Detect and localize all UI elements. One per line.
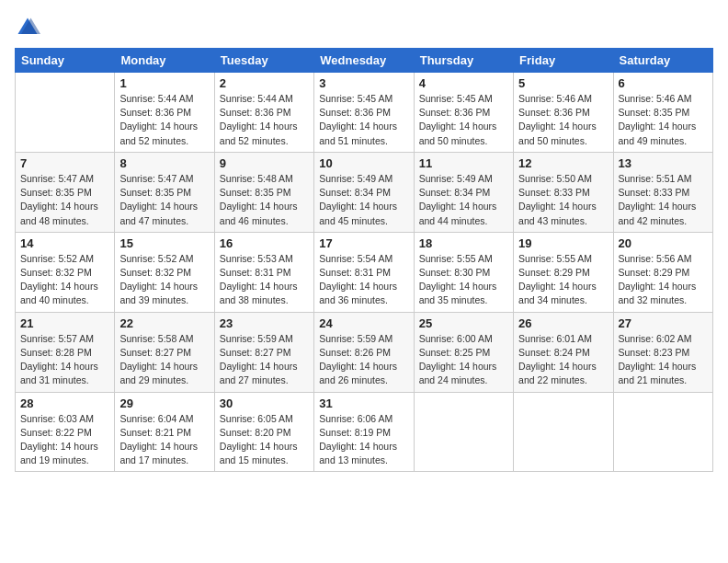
calendar-day-cell [613, 392, 712, 472]
calendar-day-cell: 12Sunrise: 5:50 AM Sunset: 8:33 PM Dayli… [514, 152, 613, 232]
day-info: Sunrise: 5:50 AM Sunset: 8:33 PM Dayligh… [518, 172, 608, 228]
day-info: Sunrise: 5:55 AM Sunset: 8:29 PM Dayligh… [518, 252, 608, 308]
day-info: Sunrise: 6:00 AM Sunset: 8:25 PM Dayligh… [419, 332, 508, 388]
calendar-day-cell: 26Sunrise: 6:01 AM Sunset: 8:24 PM Dayli… [514, 312, 613, 392]
calendar-week-row: 14Sunrise: 5:52 AM Sunset: 8:32 PM Dayli… [16, 232, 713, 312]
day-number: 10 [319, 156, 408, 170]
day-info: Sunrise: 6:02 AM Sunset: 8:23 PM Dayligh… [619, 332, 708, 388]
day-info: Sunrise: 5:45 AM Sunset: 8:36 PM Dayligh… [419, 92, 508, 148]
calendar-day-cell: 11Sunrise: 5:49 AM Sunset: 8:34 PM Dayli… [414, 152, 513, 232]
calendar-day-cell: 17Sunrise: 5:54 AM Sunset: 8:31 PM Dayli… [314, 232, 414, 312]
day-info: Sunrise: 5:59 AM Sunset: 8:27 PM Dayligh… [220, 332, 309, 388]
day-number: 14 [20, 236, 109, 250]
calendar-day-cell: 18Sunrise: 5:55 AM Sunset: 8:30 PM Dayli… [414, 232, 513, 312]
calendar-week-row: 28Sunrise: 6:03 AM Sunset: 8:22 PM Dayli… [16, 392, 713, 472]
day-number: 19 [518, 236, 608, 250]
day-info: Sunrise: 5:53 AM Sunset: 8:31 PM Dayligh… [220, 252, 309, 308]
calendar-day-cell: 14Sunrise: 5:52 AM Sunset: 8:32 PM Dayli… [16, 232, 115, 312]
calendar-day-cell: 1Sunrise: 5:44 AM Sunset: 8:36 PM Daylig… [115, 73, 214, 153]
day-info: Sunrise: 6:01 AM Sunset: 8:24 PM Dayligh… [518, 332, 608, 388]
calendar-day-cell: 9Sunrise: 5:48 AM Sunset: 8:35 PM Daylig… [214, 152, 313, 232]
day-number: 12 [518, 156, 608, 170]
calendar-day-cell: 20Sunrise: 5:56 AM Sunset: 8:29 PM Dayli… [613, 232, 712, 312]
day-number: 7 [20, 156, 109, 170]
calendar-day-cell: 10Sunrise: 5:49 AM Sunset: 8:34 PM Dayli… [314, 152, 414, 232]
calendar-day-cell: 7Sunrise: 5:47 AM Sunset: 8:35 PM Daylig… [16, 152, 115, 232]
day-info: Sunrise: 5:58 AM Sunset: 8:27 PM Dayligh… [119, 332, 209, 388]
weekday-header: Monday [115, 49, 214, 73]
weekday-header: Tuesday [214, 49, 313, 73]
day-number: 26 [518, 316, 608, 330]
day-number: 2 [220, 76, 309, 90]
day-info: Sunrise: 6:06 AM Sunset: 8:19 PM Dayligh… [319, 412, 408, 468]
day-number: 6 [619, 76, 708, 90]
logo-icon [15, 15, 40, 40]
calendar-header-row: SundayMondayTuesdayWednesdayThursdayFrid… [16, 49, 713, 73]
day-number: 9 [220, 156, 309, 170]
logo [15, 15, 44, 40]
day-info: Sunrise: 5:46 AM Sunset: 8:35 PM Dayligh… [619, 92, 708, 148]
weekday-header: Saturday [613, 49, 712, 73]
day-number: 11 [419, 156, 508, 170]
day-info: Sunrise: 5:54 AM Sunset: 8:31 PM Dayligh… [319, 252, 408, 308]
weekday-header: Sunday [16, 49, 115, 73]
calendar-week-row: 21Sunrise: 5:57 AM Sunset: 8:28 PM Dayli… [16, 312, 713, 392]
day-number: 27 [619, 316, 708, 330]
page-header [15, 15, 713, 40]
day-info: Sunrise: 5:49 AM Sunset: 8:34 PM Dayligh… [419, 172, 508, 228]
day-info: Sunrise: 5:59 AM Sunset: 8:26 PM Dayligh… [319, 332, 408, 388]
day-info: Sunrise: 5:46 AM Sunset: 8:36 PM Dayligh… [518, 92, 608, 148]
day-number: 4 [419, 76, 508, 90]
calendar-day-cell [414, 392, 513, 472]
day-info: Sunrise: 5:52 AM Sunset: 8:32 PM Dayligh… [20, 252, 109, 308]
calendar-day-cell: 25Sunrise: 6:00 AM Sunset: 8:25 PM Dayli… [414, 312, 513, 392]
day-info: Sunrise: 6:03 AM Sunset: 8:22 PM Dayligh… [20, 412, 109, 468]
calendar-day-cell: 28Sunrise: 6:03 AM Sunset: 8:22 PM Dayli… [16, 392, 115, 472]
calendar-day-cell [514, 392, 613, 472]
day-number: 23 [220, 316, 309, 330]
day-info: Sunrise: 5:44 AM Sunset: 8:36 PM Dayligh… [220, 92, 309, 148]
day-info: Sunrise: 5:47 AM Sunset: 8:35 PM Dayligh… [119, 172, 209, 228]
day-number: 25 [419, 316, 508, 330]
day-info: Sunrise: 5:57 AM Sunset: 8:28 PM Dayligh… [20, 332, 109, 388]
day-info: Sunrise: 5:49 AM Sunset: 8:34 PM Dayligh… [319, 172, 408, 228]
calendar-day-cell: 29Sunrise: 6:04 AM Sunset: 8:21 PM Dayli… [115, 392, 214, 472]
day-info: Sunrise: 5:48 AM Sunset: 8:35 PM Dayligh… [220, 172, 309, 228]
day-number: 8 [119, 156, 209, 170]
day-number: 29 [119, 396, 209, 410]
day-number: 16 [220, 236, 309, 250]
day-info: Sunrise: 6:05 AM Sunset: 8:20 PM Dayligh… [220, 412, 309, 468]
day-info: Sunrise: 5:44 AM Sunset: 8:36 PM Dayligh… [119, 92, 209, 148]
weekday-header: Friday [514, 49, 613, 73]
day-number: 3 [319, 76, 408, 90]
calendar-day-cell: 8Sunrise: 5:47 AM Sunset: 8:35 PM Daylig… [115, 152, 214, 232]
day-number: 24 [319, 316, 408, 330]
day-number: 30 [220, 396, 309, 410]
day-info: Sunrise: 5:55 AM Sunset: 8:30 PM Dayligh… [419, 252, 508, 308]
day-number: 21 [20, 316, 109, 330]
day-number: 18 [419, 236, 508, 250]
day-number: 17 [319, 236, 408, 250]
calendar-day-cell: 16Sunrise: 5:53 AM Sunset: 8:31 PM Dayli… [214, 232, 313, 312]
calendar-day-cell: 23Sunrise: 5:59 AM Sunset: 8:27 PM Dayli… [214, 312, 313, 392]
calendar-week-row: 7Sunrise: 5:47 AM Sunset: 8:35 PM Daylig… [16, 152, 713, 232]
calendar-day-cell: 15Sunrise: 5:52 AM Sunset: 8:32 PM Dayli… [115, 232, 214, 312]
calendar-table: SundayMondayTuesdayWednesdayThursdayFrid… [15, 48, 713, 472]
day-number: 20 [619, 236, 708, 250]
day-info: Sunrise: 5:56 AM Sunset: 8:29 PM Dayligh… [619, 252, 708, 308]
calendar-day-cell: 31Sunrise: 6:06 AM Sunset: 8:19 PM Dayli… [314, 392, 414, 472]
calendar-day-cell: 30Sunrise: 6:05 AM Sunset: 8:20 PM Dayli… [214, 392, 313, 472]
day-info: Sunrise: 5:45 AM Sunset: 8:36 PM Dayligh… [319, 92, 408, 148]
day-info: Sunrise: 6:04 AM Sunset: 8:21 PM Dayligh… [119, 412, 209, 468]
day-number: 1 [119, 76, 209, 90]
calendar-day-cell: 24Sunrise: 5:59 AM Sunset: 8:26 PM Dayli… [314, 312, 414, 392]
calendar-week-row: 1Sunrise: 5:44 AM Sunset: 8:36 PM Daylig… [16, 73, 713, 153]
calendar-day-cell: 21Sunrise: 5:57 AM Sunset: 8:28 PM Dayli… [16, 312, 115, 392]
day-number: 28 [20, 396, 109, 410]
calendar-day-cell: 6Sunrise: 5:46 AM Sunset: 8:35 PM Daylig… [613, 73, 712, 153]
day-number: 31 [319, 396, 408, 410]
calendar-day-cell: 22Sunrise: 5:58 AM Sunset: 8:27 PM Dayli… [115, 312, 214, 392]
day-number: 5 [518, 76, 608, 90]
calendar-day-cell: 19Sunrise: 5:55 AM Sunset: 8:29 PM Dayli… [514, 232, 613, 312]
calendar-day-cell: 27Sunrise: 6:02 AM Sunset: 8:23 PM Dayli… [613, 312, 712, 392]
